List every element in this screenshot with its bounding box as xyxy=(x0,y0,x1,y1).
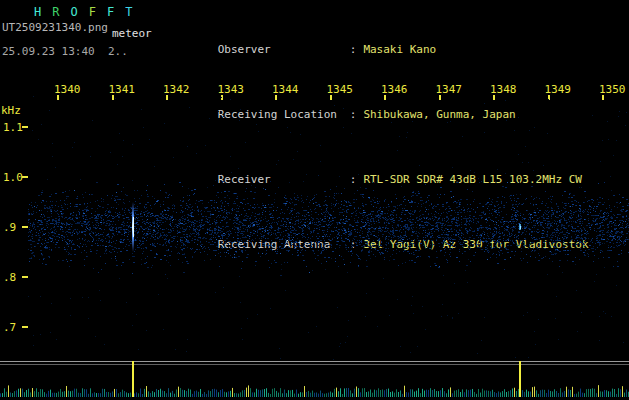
app-title: HROFFT xyxy=(34,5,143,19)
info-label: Observer xyxy=(218,43,350,56)
y-axis-unit: kHz xyxy=(1,104,21,117)
app-title-letter: F xyxy=(89,5,96,19)
y-tick-label: .8 xyxy=(3,271,16,284)
signal-strip-canvas xyxy=(0,360,629,400)
y-tick-label: 1.1 xyxy=(3,121,23,134)
hrofft-page: HROFFT UT2509231340.png meteor 25.09.23 … xyxy=(0,0,629,400)
app-title-letter: F xyxy=(107,5,114,19)
y-tick-label: .7 xyxy=(3,321,16,334)
y-tick-label: 1.0 xyxy=(3,171,23,184)
mode-label: meteor xyxy=(112,27,152,40)
datetime-label: 25.09.23 13:40 2.. xyxy=(2,45,128,58)
filename-label: UT2509231340.png xyxy=(2,21,108,34)
app-title-letter: T xyxy=(125,5,132,19)
y-tick-label: .9 xyxy=(3,221,16,234)
app-title-letter: O xyxy=(70,5,77,19)
app-title-letter: R xyxy=(52,5,59,19)
app-title-letter: H xyxy=(34,5,41,19)
info-row: Observer:Masaki Kano xyxy=(178,30,589,69)
spectrogram-canvas xyxy=(28,95,629,360)
info-value: Masaki Kano xyxy=(356,43,436,56)
